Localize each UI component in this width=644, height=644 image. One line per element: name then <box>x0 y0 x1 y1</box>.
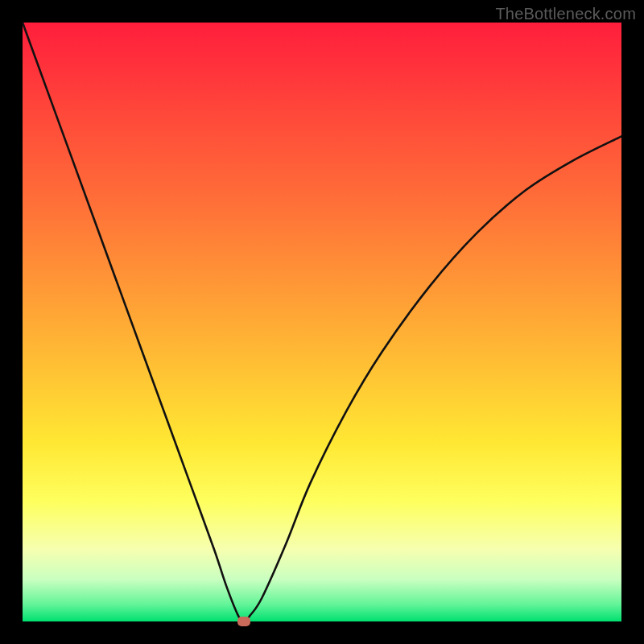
plot-area <box>23 23 621 621</box>
watermark-text: TheBottleneck.com <box>495 5 636 23</box>
bottleneck-curve <box>23 23 621 621</box>
chart-container: TheBottleneck.com <box>0 0 644 644</box>
optimal-marker <box>237 617 250 626</box>
